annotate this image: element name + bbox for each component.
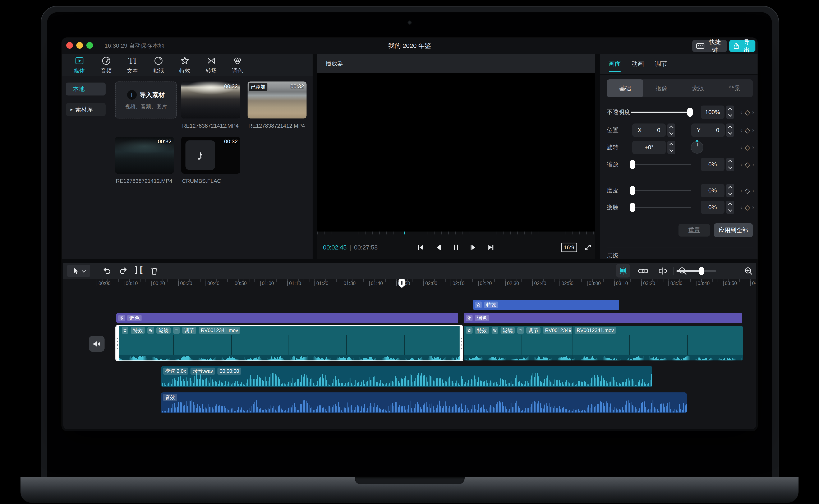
video-viewport[interactable]	[317, 73, 595, 232]
export-button[interactable]: 导出	[729, 40, 755, 52]
tab-animation[interactable]: 动画	[632, 54, 644, 74]
skip-to-end-button[interactable]	[487, 243, 495, 252]
tab-picture[interactable]: 画面	[609, 54, 621, 74]
project-title: 我的 2020 年鉴	[62, 38, 758, 54]
clip-badge-adjust: 调节	[526, 327, 541, 334]
audio-track-sfx[interactable]: 音效	[161, 392, 687, 413]
effects-star-icon	[122, 327, 128, 334]
player-panel: 播放器 00:02:45 | 00:27:58	[317, 54, 595, 259]
video-clip-2[interactable]: 特效 滤镜 调节 RV0012349.mov	[464, 326, 572, 360]
apply-to-all-button[interactable]: 应用到全部	[714, 223, 753, 237]
next-frame-button[interactable]	[469, 243, 477, 252]
audio-filename-badge: 录音.wav	[190, 368, 215, 375]
scale-slider[interactable]	[631, 164, 691, 165]
media-item-1[interactable]: 00:32	[181, 81, 240, 118]
trim-handle-left[interactable]	[116, 326, 119, 360]
scale-value[interactable]: 0%	[701, 158, 725, 171]
media-item-3-name: RE127838721412.MP4	[116, 178, 178, 184]
subtab-basic[interactable]: 基础	[607, 79, 643, 97]
split-clip-button[interactable]: ][	[134, 270, 144, 272]
timeline-toolbar: ][	[63, 263, 756, 279]
redo-button[interactable]	[118, 267, 127, 275]
player-scrub-bar[interactable]	[317, 232, 595, 236]
tab-media[interactable]: 媒体	[68, 56, 91, 75]
tab-transition[interactable]: 转场	[200, 56, 223, 75]
subtab-background[interactable]: 背景	[716, 79, 753, 97]
media-item-2[interactable]: 已添加 00:32	[247, 81, 306, 118]
rotation-stepper[interactable]	[667, 141, 675, 154]
mirror-split-icon[interactable]	[658, 266, 668, 276]
trim-handle-right[interactable]	[460, 326, 463, 360]
tab-effects[interactable]: 特效	[173, 56, 196, 75]
undo-button[interactable]	[103, 267, 112, 275]
skip-to-start-button[interactable]	[416, 243, 425, 252]
import-media-card[interactable]: + 导入素材 视频、音频、图片	[115, 81, 177, 118]
select-tool-button[interactable]	[67, 265, 90, 277]
tab-adjust[interactable]: 调节	[655, 54, 667, 74]
tab-sticker[interactable]: 贴纸	[147, 56, 170, 75]
shortcuts-button[interactable]: 快捷键	[692, 40, 727, 52]
clip-name: RV0012349.mov	[543, 327, 572, 334]
color-track-1[interactable]: 调色	[116, 313, 458, 323]
position-keyframe[interactable]: ‹◇›	[740, 126, 754, 134]
sfx-badge: 音效	[163, 394, 177, 401]
smooth-skin-stepper[interactable]	[726, 184, 734, 197]
slim-face-slider[interactable]	[631, 207, 691, 208]
color-track-2[interactable]: 调色	[464, 313, 742, 323]
video-clip-3[interactable]: RV0012341.mov	[572, 326, 743, 360]
next-keyframe-icon[interactable]: ›	[752, 109, 754, 116]
sidebar-item-library[interactable]: ▸ 素材库	[66, 103, 106, 116]
position-y-stepper[interactable]	[726, 123, 734, 137]
slim-face-stepper[interactable]	[726, 201, 734, 214]
opacity-keyframe[interactable]: ‹◇›	[740, 108, 754, 116]
keyframe-diamond-icon[interactable]: ◇	[745, 108, 750, 116]
pause-button[interactable]	[452, 243, 461, 252]
delete-button[interactable]	[150, 267, 158, 275]
slim-face-keyframe[interactable]: ‹◇›	[740, 203, 754, 211]
media-item-3[interactable]: 00:32	[115, 137, 174, 174]
effect-track[interactable]: 特效	[473, 300, 619, 310]
audio-icon	[101, 56, 111, 66]
tab-color[interactable]: 调色	[226, 56, 249, 75]
tab-media-label: 媒体	[74, 67, 85, 74]
track-mute-button[interactable]	[89, 336, 105, 352]
audio-track-recording[interactable]: 变速 2.0x 录音.wav 00:00:00	[161, 366, 652, 387]
link-clips-icon[interactable]	[638, 267, 649, 275]
opacity-slider[interactable]	[631, 112, 691, 113]
scale-keyframe[interactable]: ‹◇›	[740, 160, 754, 169]
aspect-ratio-button[interactable]: 16:9	[561, 243, 577, 252]
rotation-knob[interactable]	[691, 141, 703, 154]
audio-thumbnail: ♪	[185, 140, 215, 170]
previous-frame-button[interactable]	[435, 243, 443, 252]
zoom-in-icon[interactable]	[744, 266, 753, 276]
sidebar-item-local[interactable]: 本地	[66, 83, 106, 95]
position-x-stepper[interactable]	[667, 123, 675, 137]
subtab-mask[interactable]: 蒙版	[680, 79, 716, 97]
reset-button[interactable]: 重置	[679, 224, 710, 237]
tab-audio[interactable]: 音频	[95, 56, 118, 75]
timeline-zoom-slider[interactable]	[676, 270, 716, 272]
scale-stepper[interactable]	[726, 158, 734, 171]
snap-toggle-button[interactable]	[616, 264, 630, 277]
position-y-field[interactable]: Y 0	[691, 123, 725, 137]
prev-keyframe-icon[interactable]: ‹	[740, 109, 743, 116]
video-clip-selected[interactable]: 特效 滤镜 调节 RV0012341.mov	[116, 326, 463, 360]
color-rings-icon	[118, 315, 125, 321]
opacity-value[interactable]: 100%	[701, 106, 725, 119]
tab-text[interactable]: TI 文本	[121, 56, 144, 75]
rotation-value[interactable]: +0°	[632, 141, 666, 154]
opacity-stepper[interactable]	[726, 106, 734, 119]
smooth-skin-slider[interactable]	[631, 190, 691, 191]
position-x-field[interactable]: X 0	[632, 123, 666, 137]
ruler-label: 03:10	[614, 281, 628, 286]
smooth-skin-value[interactable]: 0%	[701, 184, 725, 197]
fullscreen-icon[interactable]	[582, 243, 594, 252]
smooth-skin-keyframe[interactable]: ‹◇›	[740, 186, 754, 195]
timeline-ruler[interactable]: 00:0000:1000:2000:3000:4000:5001:0001:10…	[63, 279, 756, 288]
playhead[interactable]	[401, 280, 402, 426]
media-item-4[interactable]: ♪ 00:32	[181, 137, 240, 174]
disclosure-triangle-icon: ▸	[70, 107, 73, 112]
rotation-keyframe[interactable]: ‹◇›	[740, 143, 754, 151]
slim-face-value[interactable]: 0%	[701, 201, 725, 214]
subtab-cutout[interactable]: 抠像	[643, 79, 680, 97]
